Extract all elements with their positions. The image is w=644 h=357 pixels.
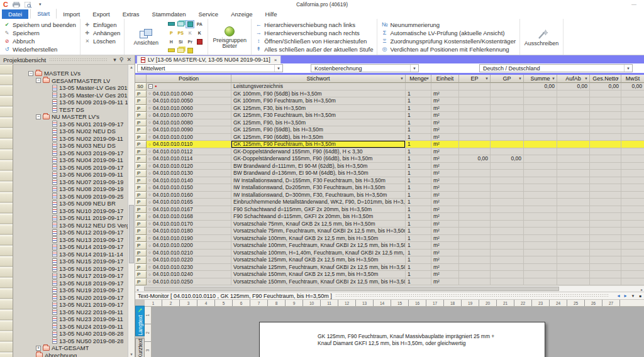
tree-item[interactable]: 13-05 NU14 2019-09-17 xyxy=(13,243,135,251)
einheit-cell[interactable] xyxy=(431,83,459,91)
lv-table-row[interactable]: S0 − ● Leistungsverzeichnis 0,00 0,00 0,… xyxy=(135,83,644,91)
scrollbar-thumb[interactable] xyxy=(144,287,559,291)
nav-left-icon[interactable]: ◂ xyxy=(617,293,619,299)
ep-cell[interactable] xyxy=(459,221,491,228)
ribbon-tab[interactable]: Export xyxy=(86,9,116,19)
menge-cell[interactable]: 1 xyxy=(406,91,431,98)
stichwort-cell[interactable]: BW Brandwand d=136mm, EI 90-M (64dB), bi… xyxy=(231,170,406,177)
lv-table-row[interactable]: P ○ 04.010.010.0130 BW Brandwand d=136mm… xyxy=(135,170,644,177)
position-cell[interactable]: ○ 04.010.010.0060 xyxy=(147,105,231,113)
view-mode-button[interactable]: K xyxy=(195,29,204,37)
row-type-cell[interactable]: P xyxy=(135,256,147,264)
mwst-cell[interactable] xyxy=(621,126,644,134)
einheit-cell[interactable]: m² xyxy=(431,184,459,192)
gesnetto-cell[interactable] xyxy=(590,170,621,177)
einheit-cell[interactable]: m² xyxy=(431,242,459,250)
ep-cell[interactable] xyxy=(459,264,491,272)
menge-cell[interactable]: 1 xyxy=(406,155,431,163)
column-header[interactable]: AufAb ▼ xyxy=(557,75,590,83)
gp-cell[interactable] xyxy=(491,126,524,134)
tree-item[interactable]: 13-05 NU02 2019-09-11 xyxy=(13,135,135,143)
gesnetto-cell[interactable] xyxy=(590,141,621,148)
view-mode-button[interactable]: P xyxy=(167,29,175,37)
aufab-cell[interactable] xyxy=(557,119,590,127)
lv-table-row[interactable]: P ○ 04.010.010.0100 GK 125mm, F90 (66dB)… xyxy=(135,134,644,141)
row-type-cell[interactable]: P xyxy=(135,271,147,278)
lv-table-row[interactable]: P ○ 04.010.010.0240 Vorsatzschale 150mm,… xyxy=(135,271,644,278)
menge-cell[interactable]: 1 xyxy=(406,278,431,286)
gp-cell[interactable] xyxy=(491,97,524,105)
menge-cell[interactable]: 1 xyxy=(406,141,431,148)
ribbon-command[interactable]: № Neunummerierung xyxy=(381,21,516,28)
stichwort-cell[interactable]: IW Installationswand, D=155mm, F30 Feuch… xyxy=(231,177,406,185)
tree-item[interactable]: 13-05 NU08 2019-09-19 xyxy=(13,185,135,193)
einheit-cell[interactable]: m² xyxy=(431,177,459,185)
ep-cell[interactable] xyxy=(459,199,491,206)
gesnetto-cell[interactable] xyxy=(590,250,621,257)
gesnetto-cell[interactable] xyxy=(590,264,621,272)
ribbon-command[interactable]: Ξ Zuordnungsprüfung Kostenstellen/Kosten… xyxy=(381,37,516,45)
tree-item[interactable]: 13-05 NU21 2019-09-17 xyxy=(13,301,135,309)
tree-item[interactable]: 13-05 NU23 2019-09-11 xyxy=(13,316,135,323)
aufab-cell[interactable]: 0,00 xyxy=(557,83,590,91)
gp-cell[interactable] xyxy=(491,271,524,278)
lv-table-row[interactable]: P ○ 04.010.010.0250 Vorsatzschale 150mm,… xyxy=(135,278,644,286)
tree-expander-icon[interactable]: − xyxy=(36,78,41,83)
preisgruppen-bieter-button[interactable]: Preisgruppen Bieter xyxy=(212,25,247,50)
position-cell[interactable]: ○ 04.010.010.0250 xyxy=(147,278,231,286)
column-header[interactable]: MwSt xyxy=(621,75,644,83)
stichwort-cell[interactable]: F90 Schachtwand d=115mm, GKF 2x 20mm, bi… xyxy=(231,206,406,214)
einheit-cell[interactable]: m² xyxy=(431,256,459,264)
ep-cell[interactable] xyxy=(459,105,491,113)
panel-dropdown-icon[interactable]: ▾ xyxy=(113,57,116,63)
combo-arrow-icon[interactable]: ▼ xyxy=(410,65,418,72)
stichwort-cell[interactable]: Vorsatzschale 75mm, Feuchtraum, Knauf GK… xyxy=(231,228,406,235)
stichwort-cell[interactable]: IW Installationswand, D=300mm, F30, Feuc… xyxy=(231,192,406,199)
aufab-cell[interactable] xyxy=(557,134,590,141)
position-cell[interactable]: ○ 04.010.010.0160 xyxy=(147,192,231,199)
scroll-right-icon[interactable]: ▸ xyxy=(641,287,643,292)
ep-cell[interactable] xyxy=(459,242,491,250)
tree-item[interactable]: 13-05 NU12 2019-09-17 xyxy=(13,229,135,236)
gesnetto-cell[interactable] xyxy=(590,184,621,192)
lv-table-row[interactable]: P ○ 04.010.010.0220 Vorsatzschale 125mm,… xyxy=(135,256,644,264)
mwst-cell[interactable] xyxy=(621,213,644,221)
row-type-cell[interactable]: P xyxy=(135,250,147,257)
gp-cell[interactable] xyxy=(491,228,524,235)
stichwort-cell[interactable]: Vorsatzschale 100mm, Feuchtraum, Knauf G… xyxy=(231,242,406,250)
einheit-cell[interactable]: m² xyxy=(431,148,459,156)
mwst-cell[interactable] xyxy=(621,155,644,163)
aufab-cell[interactable] xyxy=(557,264,590,272)
aufab-cell[interactable] xyxy=(557,105,590,113)
tree-item[interactable]: 13-05 NU05 2019-09-17 xyxy=(13,164,135,172)
stichwort-cell[interactable]: F90 Schachtwand d=115mm, GKFI 2x 20mm, b… xyxy=(231,213,406,221)
tree-item[interactable]: − MASTER LVs xyxy=(13,70,135,77)
tree-item[interactable]: 13-05 NU22 2019-09-11 xyxy=(13,309,135,316)
row-type-cell[interactable]: P xyxy=(135,192,147,199)
summe-cell[interactable] xyxy=(524,278,557,286)
row-type-cell[interactable]: P xyxy=(135,126,147,134)
einheit-cell[interactable]: m² xyxy=(431,105,459,113)
gesnetto-cell[interactable] xyxy=(590,256,621,264)
tree-item[interactable]: 13-05 NU01 2019-09-17 xyxy=(13,121,135,128)
mwst-cell[interactable] xyxy=(621,105,644,113)
position-cell[interactable]: ○ 04.010.010.0230 xyxy=(147,264,231,272)
summe-cell[interactable] xyxy=(524,105,557,113)
ep-cell[interactable] xyxy=(459,184,491,192)
stichwort-cell[interactable]: Vorsatzschale 150mm, Knauf GKB 2x 12,5 m… xyxy=(231,271,406,278)
stichwort-cell[interactable]: Leistungsverzeichnis xyxy=(231,83,406,91)
summe-cell[interactable] xyxy=(524,97,557,105)
ep-cell[interactable] xyxy=(459,206,491,214)
summe-cell[interactable] xyxy=(524,163,557,170)
gp-cell[interactable] xyxy=(491,242,524,250)
menge-cell[interactable]: 1 xyxy=(406,264,431,272)
column-filter-arrow-icon[interactable]: ▼ xyxy=(552,77,555,80)
menge-cell[interactable]: 1 xyxy=(406,192,431,199)
ribbon-command[interactable]: ✔ Speichern und beenden xyxy=(4,21,76,28)
menge-cell[interactable]: 1 xyxy=(406,256,431,264)
ep-cell[interactable] xyxy=(459,148,491,156)
column-filter-arrow-icon[interactable]: ▼ xyxy=(584,77,588,80)
row-expander-icon[interactable]: − xyxy=(148,84,153,89)
einheit-cell[interactable]: m² xyxy=(431,141,459,148)
tree-item[interactable]: 13-05 NU09 2019-09-25 xyxy=(13,193,135,200)
